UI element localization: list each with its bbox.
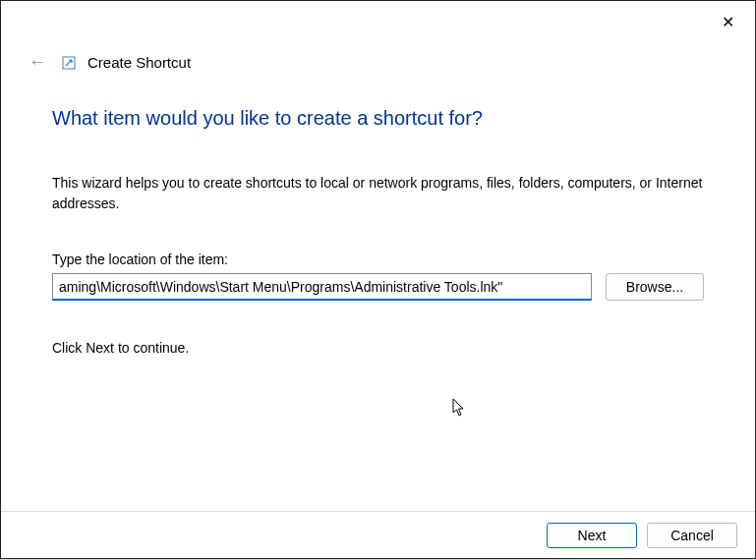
page-heading: What item would you like to create a sho… xyxy=(52,107,704,130)
location-label: Type the location of the item: xyxy=(52,252,704,267)
mouse-cursor-icon xyxy=(452,398,468,421)
wizard-content: What item would you like to create a sho… xyxy=(52,107,704,356)
wizard-title: Create Shortcut xyxy=(87,54,191,71)
close-button[interactable]: ✕ xyxy=(718,13,737,32)
location-input[interactable] xyxy=(52,273,592,301)
continue-text: Click Next to continue. xyxy=(52,340,704,356)
shortcut-icon xyxy=(62,56,76,70)
description-text: This wizard helps you to create shortcut… xyxy=(52,173,704,214)
browse-button[interactable]: Browse... xyxy=(606,273,704,301)
back-button[interactable]: ← xyxy=(25,52,50,73)
back-arrow-icon: ← xyxy=(29,52,46,72)
input-row: Browse... xyxy=(52,273,704,301)
cancel-button[interactable]: Cancel xyxy=(647,523,737,548)
close-icon: ✕ xyxy=(722,14,734,30)
wizard-header: ← Create Shortcut xyxy=(25,52,191,73)
wizard-window: ✕ ← Create Shortcut What item would you … xyxy=(0,0,756,559)
next-button[interactable]: Next xyxy=(547,523,637,548)
wizard-footer: Next Cancel xyxy=(1,511,755,558)
